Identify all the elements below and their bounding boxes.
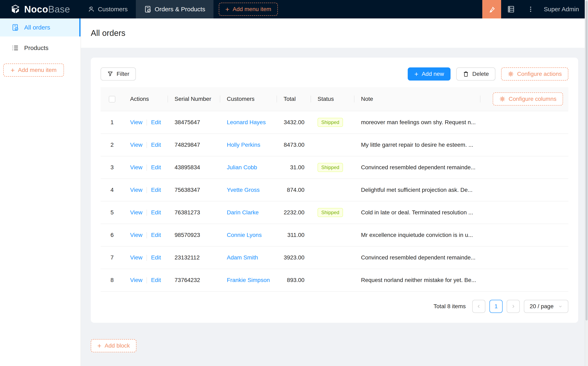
row-actions-cell: ViewEdit — [124, 156, 168, 179]
edit-link[interactable]: Edit — [151, 119, 161, 125]
customer-link[interactable]: Darin Clarke — [227, 209, 259, 216]
table-row: 2ViewEdit74829847Holly Perkins8473.00My … — [101, 134, 568, 156]
select-all-header — [101, 87, 124, 111]
serial-number-cell: 23132112 — [168, 246, 220, 269]
edit-link[interactable]: Edit — [151, 232, 161, 238]
status-cell — [311, 269, 354, 291]
status-cell: Shipped — [311, 111, 354, 134]
topbar: NocoBase Customers Orders & Products + A… — [0, 0, 588, 18]
total-cell: 3432.00 — [277, 111, 311, 134]
customer-link[interactable]: Connie Lyons — [227, 232, 262, 238]
customer-link[interactable]: Holly Perkins — [227, 142, 260, 148]
view-link[interactable]: View — [130, 232, 142, 238]
row-index-cell: 2 — [101, 134, 124, 156]
status-cell — [311, 246, 354, 269]
row-index-cell: 7 — [101, 246, 124, 269]
edit-link[interactable]: Edit — [151, 254, 161, 261]
view-link[interactable]: View — [130, 277, 142, 283]
edit-link[interactable]: Edit — [151, 187, 161, 193]
more-menu-button[interactable] — [521, 0, 541, 18]
table-row: 5ViewEdit76381273Darin Clarke2232.00Ship… — [101, 201, 568, 224]
delete-button[interactable]: Delete — [456, 68, 495, 81]
row-configure-spacer — [480, 111, 568, 134]
view-link[interactable]: View — [130, 187, 142, 193]
column-header-note: Note — [354, 87, 480, 111]
status-cell — [311, 179, 354, 201]
view-link[interactable]: View — [130, 142, 142, 148]
tab-orders-products[interactable]: Orders & Products — [136, 0, 213, 18]
pagination-prev-button[interactable] — [472, 300, 485, 313]
plus-icon: + — [225, 6, 229, 13]
edit-link[interactable]: Edit — [151, 142, 161, 148]
customer-link[interactable]: Yvette Gross — [227, 187, 260, 193]
orders-table: Actions Serial Number Customers Total St… — [101, 87, 568, 292]
note-cell: Convinced resembled dependent remainde..… — [354, 156, 480, 179]
customer-link[interactable]: Frankie Simpson — [227, 277, 270, 283]
user-menu[interactable]: Super Admin — [541, 6, 588, 13]
serial-number-cell: 98570923 — [168, 224, 220, 246]
plus-icon: + — [11, 67, 15, 74]
customer-link[interactable]: Leonard Hayes — [227, 119, 266, 125]
gear-icon — [508, 71, 514, 77]
filter-button[interactable]: Filter — [101, 68, 136, 81]
pagination-next-button[interactable] — [507, 300, 520, 313]
add-menu-item-button-top[interactable]: + Add menu item — [219, 3, 278, 16]
add-new-button[interactable]: + Add new — [408, 68, 451, 81]
view-link[interactable]: View — [130, 254, 142, 261]
status-cell: Shipped — [311, 156, 354, 179]
edit-link[interactable]: Edit — [151, 277, 161, 283]
pagination-page-1[interactable]: 1 — [490, 300, 503, 313]
note-cell: My little garret repair to desire he est… — [354, 134, 480, 156]
column-header-actions: Actions — [124, 87, 168, 111]
serial-number-cell: 75638347 — [168, 179, 220, 201]
note-cell: moreover man feelings own shy. Request n… — [354, 111, 480, 134]
plugin-manager-button[interactable] — [501, 0, 521, 18]
row-actions-cell: ViewEdit — [124, 134, 168, 156]
page-title: All orders — [91, 29, 125, 38]
row-configure-spacer — [480, 156, 568, 179]
configure-columns-button[interactable]: Configure columns — [493, 92, 563, 106]
view-link[interactable]: View — [130, 209, 142, 216]
customer-cell: Holly Perkins — [220, 134, 277, 156]
sidebar-item-all-orders[interactable]: All orders — [0, 18, 81, 37]
topbar-right: Super Admin — [482, 0, 588, 18]
link-separator — [146, 232, 147, 238]
customer-link[interactable]: Julian Cobb — [227, 164, 257, 170]
add-block-button[interactable]: + Add block — [91, 339, 136, 352]
note-cell: Cold in late or deal. Terminated resolut… — [354, 201, 480, 224]
edit-link[interactable]: Edit — [151, 209, 161, 216]
customer-cell: Connie Lyons — [220, 224, 277, 246]
page-scrollbar[interactable] — [585, 0, 588, 366]
row-actions-cell: ViewEdit — [124, 179, 168, 201]
customer-cell: Leonard Hayes — [220, 111, 277, 134]
ui-editor-button[interactable] — [482, 0, 501, 18]
trash-icon — [463, 71, 469, 77]
edit-link[interactable]: Edit — [151, 164, 161, 170]
add-menu-item-button-sidebar[interactable]: + Add menu item — [3, 63, 64, 77]
select-all-checkbox[interactable] — [109, 96, 115, 102]
view-link[interactable]: View — [130, 119, 142, 125]
tab-customers[interactable]: Customers — [80, 0, 136, 18]
configure-actions-button[interactable]: Configure actions — [501, 68, 568, 81]
row-index-cell: 8 — [101, 269, 124, 291]
total-cell: 3923.00 — [277, 246, 311, 269]
table-header-row: Actions Serial Number Customers Total St… — [101, 87, 568, 111]
app-logo[interactable]: NocoBase — [0, 0, 80, 18]
sidebar-item-products[interactable]: Products — [0, 39, 81, 57]
scrollbar-thumb[interactable] — [586, 1, 588, 320]
customer-cell: Yvette Gross — [220, 179, 277, 201]
row-index-cell: 6 — [101, 224, 124, 246]
toolbar-actions: + Add new Delete — [408, 68, 568, 81]
note-cell: Delightful met sufficient projection ask… — [354, 179, 480, 201]
status-badge: Shipped — [317, 208, 343, 217]
total-cell: 2232.00 — [277, 201, 311, 224]
table-body: 1ViewEdit38475647Leonard Hayes3432.00Shi… — [101, 111, 568, 291]
customer-link[interactable]: Adam Smith — [227, 254, 258, 261]
status-badge: Shipped — [317, 118, 343, 127]
view-link[interactable]: View — [130, 164, 142, 170]
row-actions-cell: ViewEdit — [124, 246, 168, 269]
total-cell: 874.00 — [277, 179, 311, 201]
row-configure-spacer — [480, 134, 568, 156]
page-size-select[interactable]: 20 / page — [524, 300, 568, 313]
customer-cell: Adam Smith — [220, 246, 277, 269]
